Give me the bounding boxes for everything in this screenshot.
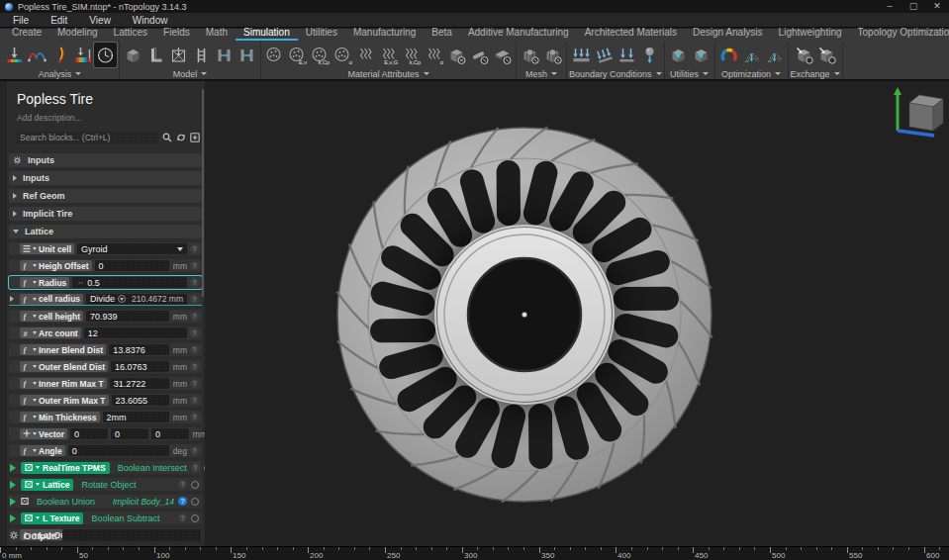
minimize-button[interactable]: – [878,0,902,13]
anisotropic-alpha-icon[interactable]: α [423,43,445,67]
tab-lattices[interactable]: Lattices [106,27,155,41]
notebook-title[interactable]: Popless Tire [17,91,202,107]
tab-manufacturing[interactable]: Manufacturing [345,27,424,41]
thermal-analysis-icon[interactable] [71,43,94,67]
search-input[interactable]: Search blocks... (Ctrl+L) [17,132,158,143]
ribbon-group-label[interactable]: Optimization [721,68,781,79]
anisotropic-evg-icon[interactable]: E,ν,G [377,43,400,67]
param-value-input[interactable]: 23.6055 [112,395,169,406]
tab-topology-optimization[interactable]: Topology Optimization [850,27,949,41]
tab-fields[interactable]: Fields [155,27,198,41]
param-arc-count[interactable]: #Arc count12? [9,327,202,339]
section-ref-geom[interactable]: Ref Geom [9,189,202,203]
output-row[interactable]: Output: [9,528,201,542]
param-value-input[interactable]: 70.939 [86,311,169,322]
chevron-right-icon[interactable] [10,296,14,302]
mesh-refine-icon[interactable] [541,43,564,67]
param-cell-radius[interactable]: fcell radiusDivide210.4672 mm? [9,293,202,306]
chevron-right-icon[interactable] [13,193,17,199]
menu-window[interactable]: Window [122,15,179,26]
param-inner-rim-max-t[interactable]: fInner Rim Max T31.2722mm? [9,377,202,390]
field-optimize-icon[interactable] [740,43,763,67]
pressure-load-icon[interactable] [570,43,593,67]
menu-edit[interactable]: Edit [40,15,78,26]
info-icon[interactable]: ? [190,446,199,455]
anisotropic-kcp-icon[interactable]: k,Cp [400,43,423,67]
material-icon[interactable] [263,43,286,67]
point-load-icon[interactable] [638,43,661,67]
method-dropdown-icon[interactable] [118,295,126,303]
tab-simulation[interactable]: Simulation [236,27,298,41]
slanted-load-icon[interactable] [593,43,616,67]
info-icon[interactable]: ? [190,413,199,421]
param-outer-blend-dist[interactable]: fOuter Blend Dist16.0763mm? [9,360,202,373]
param-value-input[interactable]: Divide210.4672 mm [86,294,187,305]
realtime-analysis-icon[interactable] [94,43,117,67]
info-icon[interactable]: ? [190,278,199,287]
ribbon-group-label[interactable]: Mesh [525,68,557,79]
tire-model[interactable] [205,81,949,546]
sync-icon[interactable] [176,133,186,142]
info-icon[interactable]: ? [190,261,199,270]
ribbon-group-label[interactable]: Utilities [670,68,709,79]
mesh-from-body-icon[interactable] [519,43,541,67]
displacement-icon[interactable] [616,43,638,67]
tab-additive-manufacturing[interactable]: Additive Manufacturing [460,27,577,41]
param-radius[interactable]: fRadius⇔0.5? [9,276,202,289]
param-value-input[interactable]: 31.2722 [110,378,169,389]
output-field[interactable] [62,529,201,541]
fe-contact-offset-icon[interactable] [236,43,258,67]
section-implicit-tire[interactable]: Implicit Tire [9,207,202,221]
fe-lattice-model-icon[interactable] [167,43,190,67]
info-icon[interactable]: ? [178,513,187,522]
chevron-down-icon[interactable] [13,230,19,233]
anisotropic-material-icon[interactable] [354,43,377,67]
fe-contact-icon[interactable] [213,43,236,67]
tab-lightweighting[interactable]: Lightweighting [771,27,850,41]
viewport-3d[interactable] [205,81,949,546]
param-value-input[interactable]: 13.8376 [109,344,169,355]
info-icon[interactable]: ? [190,312,199,321]
assign-material-rod-icon[interactable] [468,43,491,67]
vector-component-input[interactable]: 0 [70,428,108,439]
play-icon[interactable] [10,498,16,506]
info-icon[interactable]: ? [190,396,199,405]
visibility-ring-icon[interactable] [191,481,199,489]
param-inner-blend-dist[interactable]: fInner Blend Dist13.8376mm? [9,343,202,356]
material-alpha-icon[interactable]: α [332,43,354,67]
tab-create[interactable]: Create [4,27,49,41]
vector-component-input[interactable]: 0 [111,428,148,439]
sidebar-scrollbar[interactable] [202,89,204,297]
chevron-right-icon[interactable] [13,175,17,181]
utility-probe-icon[interactable] [690,43,712,67]
param-value-input[interactable]: 12 [84,327,187,338]
param-vector[interactable]: Vector000mm? [9,427,202,440]
info-icon[interactable]: ? [190,328,199,337]
assign-material-shell-icon[interactable] [491,43,514,67]
description-placeholder[interactable]: Add description... [17,113,202,123]
fe-component-icon[interactable] [144,43,167,67]
param-value-input[interactable]: 0 [95,260,169,271]
info-icon[interactable]: ? [190,295,199,304]
search-icon[interactable] [162,133,172,142]
vector-component-input[interactable]: 0 [151,428,189,439]
play-icon[interactable] [10,514,16,522]
utility-section-icon[interactable] [667,43,690,67]
fe-shell-model-icon[interactable] [190,43,213,67]
ribbon-group-label[interactable]: Exchange [791,68,840,79]
ribbon-group-label[interactable]: Analysis [39,68,82,79]
tab-beta[interactable]: Beta [424,27,460,41]
menu-view[interactable]: View [78,15,122,26]
info-icon[interactable]: ? [178,480,187,489]
tab-architected-materials[interactable]: Architected Materials [577,27,685,41]
visibility-ring-icon[interactable] [191,498,199,506]
chevron-right-icon[interactable] [13,211,17,217]
section-inputs[interactable]: Inputs [9,171,202,185]
info-icon[interactable]: ? [190,362,199,371]
param-value-input[interactable]: 0 [68,445,169,456]
maximize-button[interactable]: ▢ [902,0,925,13]
buckling-analysis-icon[interactable] [48,43,71,67]
block-l-texture[interactable]: L TextureBoolean Subtract? [9,512,202,524]
ribbon-group-label[interactable]: Boundary Conditions [569,68,662,79]
param-unit-cell[interactable]: Unit cellGyroid? [9,242,202,255]
